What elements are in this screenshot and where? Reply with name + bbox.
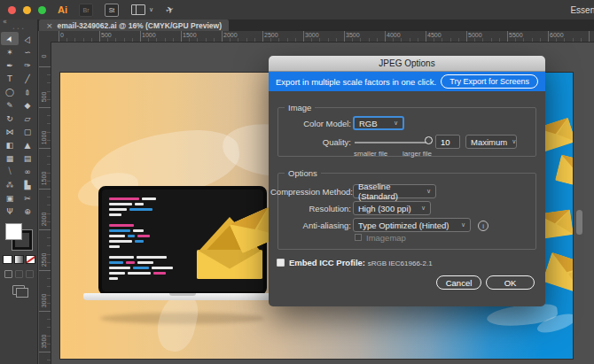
embed-icc-checkbox[interactable]: [277, 259, 285, 267]
line-segment-tool[interactable]: ╱: [19, 72, 36, 85]
rotate-tool[interactable]: ↻: [1, 112, 19, 125]
hand-tool[interactable]: Ψ: [1, 205, 19, 218]
pen-tool[interactable]: ✒: [1, 58, 19, 72]
quality-label: Quality:: [270, 137, 351, 147]
eyedropper-tool[interactable]: ⧹: [1, 165, 19, 178]
ruler-label: 4500: [426, 32, 442, 38]
shaper-tool[interactable]: ◆: [19, 98, 36, 112]
ruler-label: 1500: [41, 166, 47, 192]
export-banner: Export in multiple scale factors in one …: [269, 72, 545, 91]
info-icon[interactable]: i: [478, 221, 488, 231]
code-segment: [153, 272, 166, 275]
illustrator-logo: Ai: [58, 4, 67, 15]
ruler-label: 500: [41, 84, 47, 111]
code-segment: [109, 197, 139, 200]
chevron-down-icon[interactable]: ∨: [149, 6, 153, 13]
bridge-icon[interactable]: Br: [79, 4, 93, 17]
slice-tool-icon: ✂: [24, 194, 31, 203]
color-model-label: Color Model:: [270, 119, 351, 128]
gradient-button[interactable]: [14, 255, 24, 264]
draw-normal-mode-button[interactable]: [4, 270, 12, 278]
zoom-window-button[interactable]: [38, 6, 46, 14]
quality-value-input[interactable]: 10: [435, 135, 460, 149]
document-tab-bar: × email-3249062.ai @ 16% (CMYK/GPU Previ…: [0, 19, 594, 31]
fill-swatch[interactable]: [5, 223, 22, 240]
try-export-for-screens-button[interactable]: Try Export for Screens: [441, 74, 538, 89]
image-group-legend: Image: [285, 103, 315, 112]
free-transform-tool-icon: ▢: [24, 128, 32, 136]
pencil-tool[interactable]: ✎: [1, 98, 19, 112]
slice-tool[interactable]: ✂: [19, 191, 36, 205]
code-segment: [137, 256, 167, 259]
type-tool-icon: T: [7, 74, 12, 83]
zoom-tool-icon: ⊕: [24, 207, 31, 216]
vertical-scrollbar-thumb[interactable]: [576, 210, 582, 235]
draw-inside-mode-button[interactable]: [26, 270, 34, 278]
stock-icon[interactable]: St: [105, 4, 119, 17]
curvature-tool[interactable]: ✑: [19, 58, 36, 72]
quality-slider-knob[interactable]: [425, 136, 433, 144]
magic-wand-tool-icon: ✶: [6, 48, 13, 57]
flying-envelope: [543, 252, 574, 294]
icc-profile-value: sRGB IEC61966-2.1: [368, 259, 433, 267]
none-button[interactable]: [26, 255, 35, 264]
symbol-sprayer-tool-icon: ⁂: [6, 181, 14, 190]
resolution-select[interactable]: High (300 ppi) ∨: [353, 201, 431, 215]
ok-button[interactable]: OK: [486, 275, 535, 290]
share-icon[interactable]: ✈: [164, 3, 176, 16]
artboard-tool[interactable]: ▣: [1, 191, 19, 205]
ruler-label: 2000: [222, 32, 238, 38]
quality-level-select[interactable]: Maximum ∨: [465, 135, 517, 149]
code-segment: [109, 272, 125, 275]
vertical-ruler: 0500100015002000250030003500: [39, 42, 51, 364]
perspective-grid-tool[interactable]: ▲: [19, 138, 36, 151]
blend-tool[interactable]: ∞: [19, 165, 36, 178]
code-segment: [109, 261, 123, 264]
cancel-button[interactable]: Cancel: [436, 275, 481, 290]
paintbrush-tool-icon: ✏: [23, 89, 32, 96]
paintbrush-tool[interactable]: ✏: [19, 85, 36, 98]
rotate-tool-icon: ↻: [6, 114, 13, 123]
quality-slider-track[interactable]: [355, 142, 429, 143]
tools-panel: « • • • ➤▷✶∽✒✑T╱◯✏✎◆↻▱⋈▢◧▲▦▤⧹∞⁂▙▣✂Ψ⊕: [0, 19, 38, 364]
chevron-down-icon: ∨: [512, 138, 516, 145]
ruler-label: 3000: [303, 32, 319, 38]
ruler-label: 6000: [548, 32, 564, 38]
color-button[interactable]: [3, 255, 12, 264]
compression-method-select[interactable]: Baseline (Standard) ∨: [353, 184, 436, 198]
code-segment: [135, 240, 144, 243]
close-tab-icon[interactable]: ×: [46, 21, 53, 30]
direct-selection-tool-icon: ▷: [22, 34, 33, 43]
document-tab[interactable]: × email-3249062.ai @ 16% (CMYK/GPU Previ…: [39, 19, 229, 31]
draw-behind-mode-button[interactable]: [15, 270, 23, 278]
ruler-label: 3500: [41, 329, 47, 355]
arrange-documents-icon[interactable]: [131, 4, 145, 15]
scale-tool[interactable]: ▱: [19, 112, 36, 125]
column-graph-tool[interactable]: ▙: [19, 178, 36, 191]
anti-aliasing-select[interactable]: Type Optimized (Hinted) ∨: [353, 218, 471, 232]
type-tool[interactable]: T: [1, 72, 19, 85]
symbol-sprayer-tool[interactable]: ⁂: [1, 178, 19, 191]
ruler-label: 2500: [41, 247, 47, 274]
selection-tool[interactable]: ➤: [1, 32, 19, 45]
hand-tool-icon: Ψ: [6, 207, 12, 216]
mesh-tool[interactable]: ▦: [1, 151, 19, 165]
free-transform-tool[interactable]: ▢: [19, 125, 36, 138]
width-tool[interactable]: ⋈: [1, 125, 19, 138]
close-window-button[interactable]: [8, 6, 16, 14]
menu-bar: Ai Br St ∨ ✈ Essent: [0, 0, 594, 19]
shape-builder-tool[interactable]: ◧: [1, 138, 19, 151]
code-segment: [133, 229, 144, 232]
minimize-window-button[interactable]: [23, 6, 31, 14]
magic-wand-tool[interactable]: ✶: [1, 45, 19, 58]
screen-mode-button[interactable]: [12, 285, 25, 295]
code-segment: [109, 277, 118, 280]
direct-selection-tool[interactable]: ▷: [19, 32, 36, 45]
color-model-select[interactable]: RGB ∨: [353, 116, 404, 130]
gradient-tool[interactable]: ▤: [19, 151, 36, 165]
lasso-tool[interactable]: ∽: [19, 45, 36, 58]
zoom-tool[interactable]: ⊕: [19, 205, 36, 218]
code-segment: [137, 261, 153, 264]
ellipse-tool[interactable]: ◯: [1, 85, 19, 98]
workspace-switcher[interactable]: Essent: [570, 5, 594, 15]
